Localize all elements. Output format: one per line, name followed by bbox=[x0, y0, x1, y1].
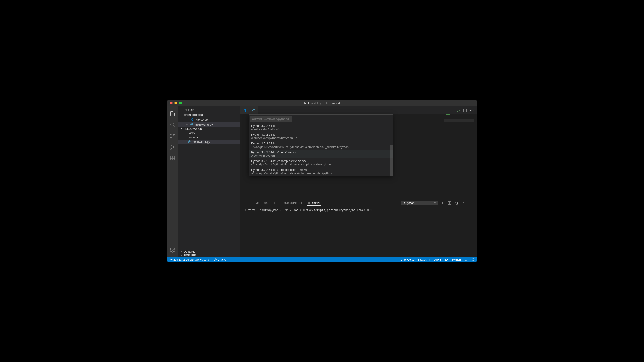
quickpick-item-desc: /usr/local/opt/python/bin/python3.7 bbox=[251, 136, 390, 140]
activity-explorer[interactable] bbox=[167, 108, 178, 119]
new-terminal-button[interactable] bbox=[441, 201, 444, 205]
activity-extensions[interactable] bbox=[167, 153, 178, 164]
svg-rect-8 bbox=[173, 156, 175, 158]
status-eol[interactable]: LF bbox=[445, 258, 448, 261]
outline-header[interactable]: OUTLINE bbox=[178, 250, 240, 253]
svg-point-11 bbox=[172, 249, 173, 250]
window-minimize-button[interactable] bbox=[174, 102, 177, 104]
folder-header[interactable]: HELLOWORLD bbox=[178, 127, 240, 131]
panel-tab-debug[interactable]: DEBUG CONSOLE bbox=[280, 202, 303, 204]
maximize-panel-button[interactable] bbox=[462, 201, 466, 205]
svg-point-16 bbox=[472, 110, 472, 110]
terminal-prompt: (.venv) jemurray@mbp-2019:~/Google Drive… bbox=[245, 209, 374, 212]
status-errors[interactable]: 0 0 bbox=[214, 258, 226, 261]
close-panel-button[interactable] bbox=[469, 201, 472, 205]
statusbar: Python 3.7.2 64-bit ('.venv': venv) 0 0 … bbox=[167, 257, 477, 262]
chevron-right-icon bbox=[180, 254, 183, 257]
activity-search[interactable] bbox=[167, 119, 178, 130]
svg-rect-10 bbox=[173, 158, 175, 160]
terminal-select[interactable]: 2: Python bbox=[400, 201, 438, 205]
tab-actions bbox=[453, 106, 477, 114]
open-editor-helloworld[interactable]: ✕ helloworld.py bbox=[178, 122, 240, 127]
quickpick-item[interactable]: Python 3.7.2 64-bit ('infoblox-client': … bbox=[249, 167, 393, 176]
editor-name: Welcome bbox=[195, 118, 208, 121]
sidebar-bottom: OUTLINE TIMELINE bbox=[178, 250, 240, 257]
chevron-down-icon bbox=[180, 127, 183, 130]
status-feedback[interactable] bbox=[464, 258, 468, 261]
main-area: EXPLORER OPEN EDITORS Welcome ✕ hellowor… bbox=[167, 106, 477, 257]
folder-label: HELLOWORLD bbox=[184, 127, 202, 130]
split-terminal-button[interactable] bbox=[448, 201, 452, 205]
chevron-right-icon bbox=[184, 136, 186, 139]
titlebar: helloworld.py — helloworld bbox=[167, 100, 477, 106]
tree-folder-vscode[interactable]: .vscode bbox=[178, 135, 240, 140]
editor-body[interactable]: Python 3.7.2 64-bit /usr/local/bin/pytho… bbox=[240, 114, 477, 199]
svg-rect-7 bbox=[170, 156, 172, 158]
python-icon bbox=[252, 109, 255, 112]
python-icon bbox=[188, 140, 191, 143]
status-notifications[interactable] bbox=[472, 258, 475, 261]
status-spaces[interactable]: Spaces: 4 bbox=[418, 258, 430, 261]
kill-terminal-button[interactable] bbox=[455, 201, 458, 205]
warning-icon bbox=[220, 258, 224, 261]
vscode-icon bbox=[243, 109, 246, 112]
quickpick-scrollbar[interactable] bbox=[390, 145, 393, 176]
chevron-right-icon bbox=[180, 250, 183, 253]
minimap[interactable] bbox=[446, 114, 474, 137]
activity-settings[interactable] bbox=[167, 244, 178, 255]
quickpick-item-label: Python 3.7.2 64-bit bbox=[251, 133, 390, 136]
panel-tab-problems[interactable]: PROBLEMS bbox=[245, 202, 260, 204]
open-editor-welcome[interactable]: Welcome bbox=[178, 117, 240, 122]
quickpick-item-label: Python 3.7.2 64-bit ('.venv': venv) bbox=[251, 150, 390, 154]
quickpick-item[interactable]: Python 3.7.2 64-bit /usr/local/bin/pytho… bbox=[249, 123, 393, 132]
branch-icon bbox=[170, 133, 175, 139]
svg-point-15 bbox=[470, 110, 471, 110]
terminal-body[interactable]: (.venv) jemurray@mbp-2019:~/Google Drive… bbox=[240, 207, 477, 257]
status-language[interactable]: Python bbox=[452, 258, 461, 261]
activity-source-control[interactable] bbox=[167, 130, 178, 141]
panel-actions: 2: Python bbox=[400, 201, 472, 205]
status-interpreter[interactable]: Python 3.7.2 64-bit ('.venv': venv) bbox=[169, 258, 210, 261]
quickpick-item-desc: ~/g/scripts/wustlPython/.virtualenvs/inf… bbox=[251, 172, 390, 175]
quickpick-item[interactable]: Python 3.7.2 64-bit /usr/local/opt/pytho… bbox=[249, 132, 393, 141]
interpreter-quickpick: Python 3.7.2 64-bit /usr/local/bin/pytho… bbox=[248, 114, 393, 176]
split-editor-button[interactable] bbox=[463, 109, 467, 112]
status-encoding[interactable]: UTF-8 bbox=[434, 258, 442, 261]
quickpick-item[interactable]: Python 3.7.2 64-bit ~/Google Drive/scrip… bbox=[249, 141, 393, 149]
tab-helloworld[interactable] bbox=[249, 106, 258, 114]
quickpick-item[interactable]: Python 3.7.2 64-bit ('.venv': venv) ./.v… bbox=[249, 149, 393, 158]
quickpick-input[interactable] bbox=[250, 116, 292, 122]
quickpick-item-desc: ~/g/scripts/wustlPython/.virtualenvs/exa… bbox=[251, 163, 390, 166]
tree-item-label: helloworld.py bbox=[192, 140, 210, 143]
panel-tabs: PROBLEMS OUTPUT DEBUG CONSOLE TERMINAL 2… bbox=[240, 199, 477, 207]
tree-file-helloworld[interactable]: helloworld.py bbox=[178, 140, 240, 144]
outline-label: OUTLINE bbox=[184, 250, 195, 253]
close-icon[interactable] bbox=[185, 118, 189, 121]
chevron-down-icon bbox=[180, 114, 183, 116]
svg-line-1 bbox=[174, 126, 175, 127]
panel-tab-output[interactable]: OUTPUT bbox=[264, 202, 275, 204]
svg-point-28 bbox=[222, 260, 222, 260]
window-maximize-button[interactable] bbox=[179, 102, 182, 104]
quickpick-item-label: Python 3.7.2 64-bit ('infoblox-client': … bbox=[251, 168, 390, 172]
panel-tab-terminal[interactable]: TERMINAL bbox=[308, 202, 321, 206]
more-actions-button[interactable] bbox=[470, 109, 474, 112]
status-position[interactable]: Ln 5, Col 1 bbox=[400, 258, 414, 261]
feedback-icon bbox=[464, 258, 468, 261]
status-right: Ln 5, Col 1 Spaces: 4 UTF-8 LF Python bbox=[400, 258, 475, 261]
editor-area: Python 3.7.2 64-bit /usr/local/bin/pytho… bbox=[240, 106, 477, 257]
quickpick-item-label: Python 3.7.2 64-bit bbox=[251, 142, 390, 145]
run-button[interactable] bbox=[456, 109, 460, 112]
open-editors-header[interactable]: OPEN EDITORS bbox=[178, 113, 240, 117]
tab-welcome[interactable] bbox=[240, 106, 249, 114]
window-close-button[interactable] bbox=[170, 102, 172, 104]
quickpick-item-desc: ~/Google Drive/scripts/wustlPython/.virt… bbox=[251, 145, 390, 149]
close-icon[interactable]: ✕ bbox=[185, 123, 189, 126]
quickpick-list: Python 3.7.2 64-bit /usr/local/bin/pytho… bbox=[249, 123, 393, 176]
activity-run-debug[interactable] bbox=[167, 141, 178, 153]
timeline-header[interactable]: TIMELINE bbox=[178, 253, 240, 257]
minimap-line bbox=[446, 116, 460, 116]
quickpick-item[interactable]: Python 3.7.2 64-bit ('example-env': venv… bbox=[249, 158, 393, 167]
minimap-viewport[interactable] bbox=[444, 118, 474, 122]
tree-folder-venv[interactable]: .venv bbox=[178, 131, 240, 135]
